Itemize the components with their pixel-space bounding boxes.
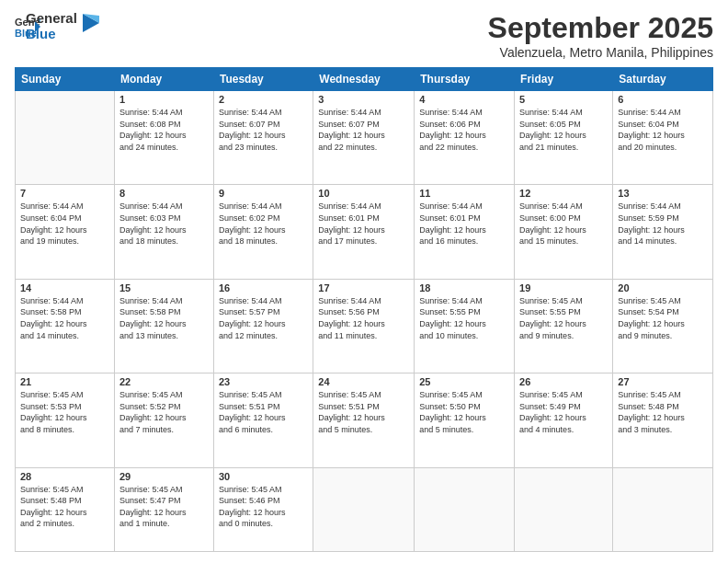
logo-arrow-icon — [83, 14, 99, 32]
page: General Blue General Blue September 2025… — [0, 0, 728, 563]
calendar-week-row: 21Sunrise: 5:45 AM Sunset: 5:53 PM Dayli… — [16, 373, 713, 467]
cell-info: Sunrise: 5:44 AM Sunset: 6:04 PM Dayligh… — [618, 107, 708, 153]
cell-info: Sunrise: 5:45 AM Sunset: 5:53 PM Dayligh… — [20, 389, 109, 435]
logo: General Blue General Blue — [15, 11, 99, 41]
day-number: 10 — [318, 188, 409, 199]
calendar-cell: 28Sunrise: 5:45 AM Sunset: 5:48 PM Dayli… — [16, 467, 115, 551]
calendar-cell: 27Sunrise: 5:45 AM Sunset: 5:48 PM Dayli… — [613, 373, 713, 467]
day-number: 13 — [618, 188, 708, 199]
calendar-cell: 15Sunrise: 5:44 AM Sunset: 5:58 PM Dayli… — [114, 279, 213, 373]
day-number: 3 — [318, 94, 409, 105]
cell-info: Sunrise: 5:44 AM Sunset: 6:07 PM Dayligh… — [219, 107, 308, 153]
day-number: 20 — [618, 282, 708, 293]
calendar-cell — [515, 467, 613, 551]
cell-info: Sunrise: 5:44 AM Sunset: 6:08 PM Dayligh… — [119, 107, 209, 153]
calendar-cell: 16Sunrise: 5:44 AM Sunset: 5:57 PM Dayli… — [213, 279, 313, 373]
day-number: 12 — [519, 188, 608, 199]
day-number: 27 — [618, 376, 708, 387]
day-number: 9 — [219, 188, 308, 199]
calendar-cell: 30Sunrise: 5:45 AM Sunset: 5:46 PM Dayli… — [213, 467, 313, 551]
cell-info: Sunrise: 5:45 AM Sunset: 5:51 PM Dayligh… — [219, 389, 308, 435]
cell-info: Sunrise: 5:45 AM Sunset: 5:48 PM Dayligh… — [618, 389, 708, 435]
calendar-cell: 21Sunrise: 5:45 AM Sunset: 5:53 PM Dayli… — [16, 373, 115, 467]
weekday-header-cell: Thursday — [415, 68, 515, 91]
cell-info: Sunrise: 5:44 AM Sunset: 6:05 PM Dayligh… — [519, 107, 608, 153]
day-number: 17 — [318, 282, 409, 293]
logo-general: General — [26, 11, 77, 27]
cell-info: Sunrise: 5:45 AM Sunset: 5:54 PM Dayligh… — [618, 295, 708, 341]
day-number: 15 — [119, 282, 209, 293]
calendar-cell: 10Sunrise: 5:44 AM Sunset: 6:01 PM Dayli… — [313, 185, 415, 279]
day-number: 5 — [519, 94, 608, 105]
calendar-cell: 7Sunrise: 5:44 AM Sunset: 6:04 PM Daylig… — [16, 185, 115, 279]
weekday-header-cell: Friday — [515, 68, 613, 91]
calendar-cell: 29Sunrise: 5:45 AM Sunset: 5:47 PM Dayli… — [114, 467, 213, 551]
cell-info: Sunrise: 5:44 AM Sunset: 5:56 PM Dayligh… — [318, 295, 409, 341]
calendar-cell: 26Sunrise: 5:45 AM Sunset: 5:49 PM Dayli… — [515, 373, 613, 467]
calendar-cell: 12Sunrise: 5:44 AM Sunset: 6:00 PM Dayli… — [515, 185, 613, 279]
day-number: 21 — [20, 376, 109, 387]
cell-info: Sunrise: 5:44 AM Sunset: 6:01 PM Dayligh… — [419, 201, 509, 247]
weekday-header-cell: Saturday — [613, 68, 713, 91]
weekday-header-cell: Wednesday — [313, 68, 415, 91]
weekday-header-cell: Sunday — [16, 68, 115, 91]
cell-info: Sunrise: 5:44 AM Sunset: 6:02 PM Dayligh… — [219, 201, 308, 247]
day-number: 22 — [119, 376, 209, 387]
cell-info: Sunrise: 5:44 AM Sunset: 6:03 PM Dayligh… — [119, 201, 209, 247]
day-number: 25 — [419, 376, 509, 387]
calendar-cell: 13Sunrise: 5:44 AM Sunset: 5:59 PM Dayli… — [613, 185, 713, 279]
day-number: 4 — [419, 94, 509, 105]
cell-info: Sunrise: 5:44 AM Sunset: 6:01 PM Dayligh… — [318, 201, 409, 247]
calendar-cell: 24Sunrise: 5:45 AM Sunset: 5:51 PM Dayli… — [313, 373, 415, 467]
calendar-cell: 9Sunrise: 5:44 AM Sunset: 6:02 PM Daylig… — [213, 185, 313, 279]
day-number: 18 — [419, 282, 509, 293]
calendar-cell — [313, 467, 415, 551]
calendar-body: 1Sunrise: 5:44 AM Sunset: 6:08 PM Daylig… — [16, 91, 713, 552]
calendar-cell — [613, 467, 713, 551]
day-number: 23 — [219, 376, 308, 387]
cell-info: Sunrise: 5:44 AM Sunset: 6:00 PM Dayligh… — [519, 201, 608, 247]
day-number: 14 — [20, 282, 109, 293]
cell-info: Sunrise: 5:45 AM Sunset: 5:50 PM Dayligh… — [419, 389, 509, 435]
calendar-cell: 18Sunrise: 5:44 AM Sunset: 5:55 PM Dayli… — [415, 279, 515, 373]
calendar-cell: 25Sunrise: 5:45 AM Sunset: 5:50 PM Dayli… — [415, 373, 515, 467]
day-number: 11 — [419, 188, 509, 199]
cell-info: Sunrise: 5:44 AM Sunset: 6:06 PM Dayligh… — [419, 107, 509, 153]
day-number: 28 — [20, 471, 109, 482]
day-number: 1 — [119, 94, 209, 105]
calendar-week-row: 1Sunrise: 5:44 AM Sunset: 6:08 PM Daylig… — [16, 91, 713, 185]
day-number: 16 — [219, 282, 308, 293]
calendar-cell: 17Sunrise: 5:44 AM Sunset: 5:56 PM Dayli… — [313, 279, 415, 373]
calendar-table: SundayMondayTuesdayWednesdayThursdayFrid… — [15, 67, 713, 552]
day-number: 2 — [219, 94, 308, 105]
logo-blue: Blue — [26, 27, 77, 42]
calendar-cell: 3Sunrise: 5:44 AM Sunset: 6:07 PM Daylig… — [313, 91, 415, 185]
month-title: September 2025 — [488, 11, 713, 45]
day-number: 7 — [20, 188, 109, 199]
cell-info: Sunrise: 5:44 AM Sunset: 5:58 PM Dayligh… — [119, 295, 209, 341]
cell-info: Sunrise: 5:44 AM Sunset: 6:07 PM Dayligh… — [318, 107, 409, 153]
calendar-cell — [415, 467, 515, 551]
day-number: 24 — [318, 376, 409, 387]
cell-info: Sunrise: 5:45 AM Sunset: 5:49 PM Dayligh… — [519, 389, 608, 435]
day-number: 8 — [119, 188, 209, 199]
cell-info: Sunrise: 5:45 AM Sunset: 5:52 PM Dayligh… — [119, 389, 209, 435]
cell-info: Sunrise: 5:44 AM Sunset: 5:57 PM Dayligh… — [219, 295, 308, 341]
calendar-cell: 14Sunrise: 5:44 AM Sunset: 5:58 PM Dayli… — [16, 279, 115, 373]
calendar-cell: 8Sunrise: 5:44 AM Sunset: 6:03 PM Daylig… — [114, 185, 213, 279]
day-number: 19 — [519, 282, 608, 293]
cell-info: Sunrise: 5:44 AM Sunset: 5:59 PM Dayligh… — [618, 201, 708, 247]
calendar-cell: 6Sunrise: 5:44 AM Sunset: 6:04 PM Daylig… — [613, 91, 713, 185]
calendar-week-row: 28Sunrise: 5:45 AM Sunset: 5:48 PM Dayli… — [16, 467, 713, 551]
title-block: September 2025 Valenzuela, Metro Manila,… — [488, 11, 713, 60]
calendar-cell: 20Sunrise: 5:45 AM Sunset: 5:54 PM Dayli… — [613, 279, 713, 373]
calendar-cell: 4Sunrise: 5:44 AM Sunset: 6:06 PM Daylig… — [415, 91, 515, 185]
calendar-cell — [16, 91, 115, 185]
weekday-header-cell: Monday — [114, 68, 213, 91]
cell-info: Sunrise: 5:44 AM Sunset: 5:58 PM Dayligh… — [20, 295, 109, 341]
calendar-cell: 11Sunrise: 5:44 AM Sunset: 6:01 PM Dayli… — [415, 185, 515, 279]
cell-info: Sunrise: 5:44 AM Sunset: 6:04 PM Dayligh… — [20, 201, 109, 247]
cell-info: Sunrise: 5:45 AM Sunset: 5:46 PM Dayligh… — [219, 484, 308, 530]
calendar-cell: 2Sunrise: 5:44 AM Sunset: 6:07 PM Daylig… — [213, 91, 313, 185]
calendar-cell: 5Sunrise: 5:44 AM Sunset: 6:05 PM Daylig… — [515, 91, 613, 185]
